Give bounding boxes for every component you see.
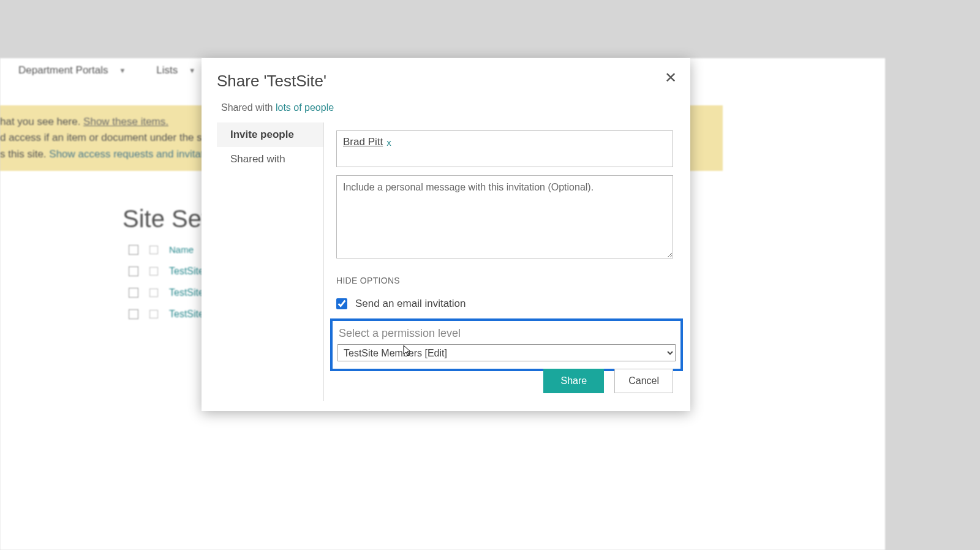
dialog-side-nav: Invite people Shared with xyxy=(217,122,324,401)
row-name[interactable]: TestSite xyxy=(169,309,204,320)
nav-lists[interactable]: Lists ▼ xyxy=(156,64,195,77)
row-name[interactable]: TestSite xyxy=(169,287,204,298)
dialog-title: Share 'TestSite' xyxy=(217,72,326,91)
checkbox[interactable] xyxy=(129,309,138,319)
show-items-link[interactable]: Show these items. xyxy=(83,116,168,127)
checkbox[interactable] xyxy=(149,288,158,297)
shared-with-summary: Shared with lots of people xyxy=(221,102,334,113)
top-nav: Department Portals ▼ Lists ▼ xyxy=(18,64,195,77)
close-icon[interactable]: ✕ xyxy=(665,69,677,86)
permission-label: Select a permission level xyxy=(339,327,676,340)
select-all-checkbox[interactable] xyxy=(129,245,138,255)
checkbox[interactable] xyxy=(129,266,138,276)
hide-options-toggle[interactable]: HIDE OPTIONS xyxy=(336,276,673,285)
row-name[interactable]: TestSite xyxy=(169,266,204,277)
table-header: Name xyxy=(129,239,204,260)
col-name-header[interactable]: Name xyxy=(169,244,194,255)
person-name[interactable]: Brad Pitt xyxy=(343,136,383,148)
nav-label: Lists xyxy=(156,64,178,77)
checkbox[interactable] xyxy=(149,267,158,276)
chevron-down-icon: ▼ xyxy=(189,67,195,74)
remove-person-icon[interactable]: x xyxy=(386,137,391,148)
share-button[interactable]: Share xyxy=(543,369,604,393)
permission-select[interactable]: TestSite Members [Edit] xyxy=(337,344,676,361)
nav-label: Department Portals xyxy=(18,64,108,77)
permission-highlight: Select a permission level TestSite Membe… xyxy=(330,318,683,371)
person-chip: Brad Pitt x xyxy=(343,136,391,148)
share-dialog: Share 'TestSite' ✕ Shared with lots of p… xyxy=(202,58,690,411)
send-email-checkbox[interactable] xyxy=(336,298,347,309)
table-row[interactable]: TestSite xyxy=(129,303,204,325)
message-input[interactable] xyxy=(336,175,673,258)
chevron-down-icon: ▼ xyxy=(119,67,126,74)
nav-dept-portals[interactable]: Department Portals ▼ xyxy=(18,64,126,77)
send-email-label: Send an email invitation xyxy=(355,298,466,310)
people-picker[interactable]: Brad Pitt x xyxy=(336,130,673,167)
checkbox[interactable] xyxy=(149,310,158,318)
tab-invite-people[interactable]: Invite people xyxy=(217,122,323,147)
checkbox[interactable] xyxy=(149,246,158,254)
access-requests-link[interactable]: Show access requests and invitation xyxy=(49,148,217,160)
table-row[interactable]: TestSite xyxy=(129,260,204,282)
cancel-button[interactable]: Cancel xyxy=(614,369,673,393)
groups-table: Name TestSite TestSite TestSite xyxy=(129,239,204,325)
shared-with-link[interactable]: lots of people xyxy=(276,102,334,113)
tab-shared-with[interactable]: Shared with xyxy=(217,147,323,171)
table-row[interactable]: TestSite xyxy=(129,282,204,303)
checkbox[interactable] xyxy=(129,288,138,298)
